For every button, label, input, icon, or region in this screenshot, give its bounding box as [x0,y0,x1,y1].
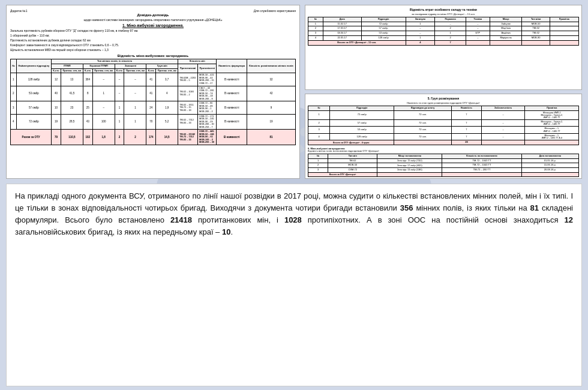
bold-81: 81 [530,203,539,212]
row4-formular: В наявності [217,114,247,130]
list-item: 3 53 омбр 72 чол. 7 – Міношукач – 1,ИМП-… [308,127,579,133]
list-item: 4 128 омбр 72 чол. 7 – Міношукач – 1,ИМП… [308,133,579,140]
row2-ker-k: 8 [83,86,92,101]
row3-ker-k: 25 [83,101,92,114]
total-ap: ОЗМ-72 – 445МОВ-50 – 441МОВ-90 – 61МОВ-1… [197,130,216,145]
bold-12: 12 [565,215,573,224]
row3-ap: ОЗМ-72 – 90МОВ-50 – 46МОВ-90 – 1МОВ-200 … [197,101,216,114]
row4-cleared: 19 [247,114,296,130]
doc-info-5: Щільність встановлення МВЗ на першій сму… [10,48,296,52]
classification-label: Для службового користування [254,9,296,13]
col-num-rb: № [308,106,330,111]
list-item: 1 15.02.17 72 омбр 1 – – Зайцеве МОВ-50 [308,22,579,26]
row2-ker-p: 1 [92,86,115,101]
row2-grup-p: 4 [156,86,178,101]
doc-right-top: Відомість втрат особового складу та техн… [305,5,582,90]
row1-ptmp-p: 13 [61,73,83,86]
list-item: Всього за ОТУ «Донецьк» - 11 чол. 4 7 [308,40,579,45]
total-ptmp-p: 110,5 [61,130,83,145]
total-cleared: 81 [247,130,296,145]
total-at: ТМ-62 – 21342ТМ-72 – 7312ТМ-83 – 33 [178,130,198,145]
col-ptmp-k: К-сть [52,68,61,73]
col-ker-p: Протяж. ств, км [92,68,115,73]
col-date-rt: Дата [323,17,361,22]
doc-rb-title: 5. Груп розмінування [308,97,579,100]
bold-10: 10 [222,227,230,236]
col-note-rt: Примітка [550,17,578,22]
row3-zal-p: 1 [124,101,146,114]
row4-ker-k: 43 [83,114,92,130]
col-ptmp: ПТМП [52,64,83,68]
col-type-m: Тип мін [328,154,377,159]
row3-grup-k: 24 [146,101,156,114]
col-ker-ptmp: Керовані ПТМП [83,64,115,68]
doc-main-title: Довідка-доповідь [10,13,296,17]
total-ptmp-k: 79 [52,130,61,145]
total-grup-k: 174 [146,130,156,145]
demining-table: № Підрозділ Відповідно до штату Наявніст… [308,106,579,145]
row3-at: ТМ-62 – 1651ТМ-72 – 15ТМ-83 – 18 [178,101,198,114]
row4-num: 4 [11,114,17,130]
total-zal-p: 2 [124,130,146,145]
table-row: 1 128 омбр 12 13 364 – – – 41 3,7 ТМ-62М… [11,73,296,86]
row3-ptmp-k: 10 [52,101,61,114]
col-unit: Найменування підрозділу [16,59,51,73]
row2-formular: В наявності [217,86,247,101]
col-ker-k: К-сть [83,68,92,73]
table-row: 2 53 омбр 40 41,5 8 1 – – 41 4 ТМ-62 – 1… [11,86,296,101]
row2-ptmp-p: 41,5 [61,86,83,101]
col-ap: Протипіхотні [197,64,216,73]
col-tech-rt: Техніка [466,17,490,22]
col-grup-p: Протяж. ств, км [156,68,178,73]
row4-grup-p: 5,2 [156,114,178,130]
col-at-m: Кількість по встановленню [442,154,521,159]
row4-unit: 72 омбр [16,114,51,130]
col-place-rt: Місце [490,17,522,22]
row4-ptmp-p: 28,5 [61,114,83,130]
doc-info-4: Коефіцієнт завантаженості в смузі відпов… [10,43,296,47]
row3-grup-p: 1,9 [156,101,178,114]
doc-main-heading: 1. Міно-вибухові загородження. [10,23,296,28]
col-total-m: Місце встановлення [377,154,442,159]
total-zal-k: 2 [115,130,124,145]
row3-unit: 57 омбр [16,101,51,114]
list-item: 2 57 омбр 72 чол. 7 – Міношукач – Гарпун… [308,120,579,127]
row1-cleared: 32 [247,73,296,86]
row1-ker-p: – [92,73,115,86]
doc-rt-title: Відомість втрат особового складу та техн… [308,8,579,11]
col-at: Протитанкові [178,64,198,73]
row3-num: 3 [11,101,17,114]
list-item: 2 МОВ-50 Зона відп. 57 омбр (4615) ТМ-72… [308,163,579,168]
table-row: 4 72 омбр 19 28,5 43 100 1 1 70 5,2 ТМ-6… [11,114,296,130]
col-grup-k: К-сть [146,68,156,73]
row4-grup-k: 70 [146,114,156,130]
main-document: Додаток №1 Для службового користування Д… [6,5,300,179]
main-container: Додаток №1 Для службового користування Д… [0,0,588,390]
row2-zal-k: – [115,86,124,101]
row1-ap: МОВ-50 – 421МОВ-90 – 42МОВ-200 – 15ОЗМ-7… [197,73,216,86]
total-ker-k: 102 [83,130,92,145]
row2-ap: СМ-У – 43ОЗМ-72 – 200МОВ-50 – 74МОВ-90 –… [197,86,216,101]
row2-grup-k: 41 [146,86,156,101]
row3-ker-p: – [92,101,115,114]
col-amounts-header: Кількість мін [178,59,217,64]
section-subtitle-mines: Відомість мінних полів, встановлених під… [308,150,579,152]
main-text-area: На прикладі одного документа ВСУ, отрима… [6,184,582,386]
table-title: Відомість міно-вибухових загороджень [10,54,296,58]
bold-1028: 1028 [284,215,302,224]
table-row: 3 57 омбр 10 23 25 – 1 1 24 1,9 ТМ-62 – … [11,101,296,114]
col-num: № [11,59,17,73]
list-item: 3 ОЗМ-72 Зона відп. 53 омбр (1046) ТМ-72… [308,168,579,173]
row1-grup-p: 3,7 [156,73,178,86]
list-item: 1 72 омбр 72 чол. 7 – Міношукач ИМП-2Мін… [308,110,579,120]
col-cleared: Кількість розмінованих мінних полів [247,59,296,73]
col-formular: Наявність формуляра [217,59,247,73]
doc-rt-subtitle: за наслідками підриву на мінах ОТУ «Доне… [308,13,579,16]
right-doc-stack: Відомість втрат особового складу та техн… [305,5,582,179]
col-zal-p: Протяж. ств, км [124,68,146,73]
mine-table: № Найменування підрозділу Тип мінних пол… [10,59,296,145]
row4-ap: ОЗМ-72 – 171МОВ-50 – 245МОВ-90 – 29МОВ-2… [197,114,216,130]
row1-zal-k: – [115,73,124,86]
row2-ptmp-k: 40 [52,86,61,101]
col-num-rt: № [308,17,323,22]
